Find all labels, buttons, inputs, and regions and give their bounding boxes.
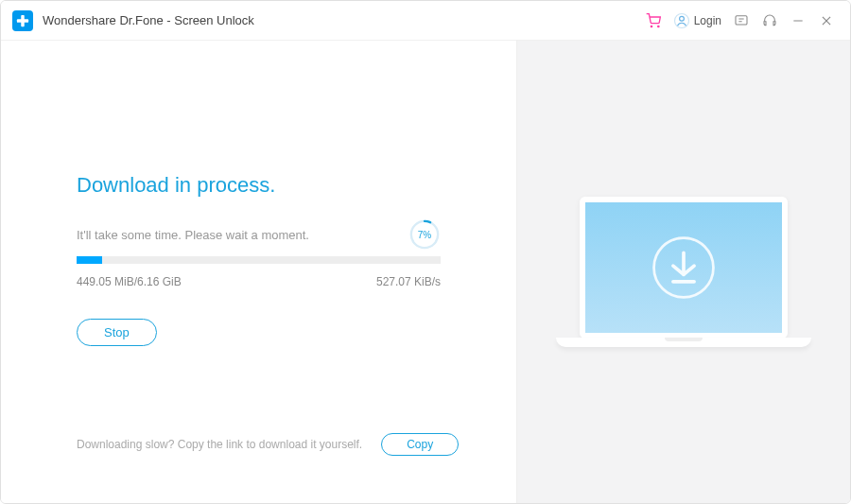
login-button[interactable]: Login [673,12,721,29]
download-subline: It'll take some time. Please wait a mome… [77,228,309,242]
downloaded-stat: 449.05 MiB/6.16 GiB [77,275,182,288]
slow-hint-text: Downloading slow? Copy the link to downl… [77,438,362,451]
content-area: Download in process. It'll take some tim… [1,41,850,503]
svg-point-5 [679,16,684,21]
minimize-button[interactable] [784,7,812,35]
laptop-screen [580,197,788,339]
app-window: Wondershare Dr.Fone - Screen Unlock Logi… [0,0,851,504]
progress-percent-label: 7% [408,218,441,251]
stop-button[interactable]: Stop [77,319,157,346]
close-button[interactable] [812,7,841,35]
svg-rect-6 [736,15,747,24]
download-heading: Download in process. [77,173,516,198]
app-logo-icon [12,10,33,31]
speed-stat: 527.07 KiB/s [376,275,441,288]
laptop-illustration [556,197,811,347]
titlebar: Wondershare Dr.Fone - Screen Unlock Logi… [1,1,850,41]
laptop-base [556,338,811,347]
app-title: Wondershare Dr.Fone - Screen Unlock [43,13,254,27]
progress-fill [77,256,102,264]
support-icon[interactable] [755,7,784,35]
svg-point-3 [657,26,658,26]
left-panel: Download in process. It'll take some tim… [1,41,516,503]
progress-ring: 7% [408,218,441,251]
cart-icon[interactable] [639,7,668,35]
copy-button[interactable]: Copy [381,433,459,456]
login-label: Login [694,14,721,27]
download-arrow-icon [649,233,719,303]
feedback-icon[interactable] [727,7,755,35]
svg-point-2 [651,26,651,26]
right-panel [516,41,850,503]
progress-bar [77,256,441,264]
svg-rect-1 [17,19,28,23]
